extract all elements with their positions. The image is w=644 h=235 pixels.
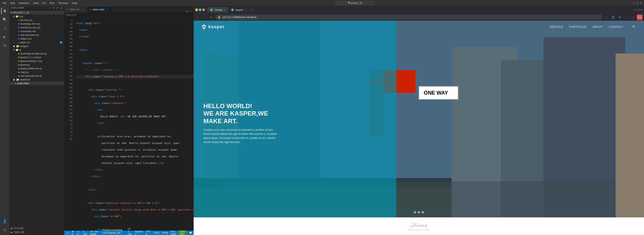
url-bar[interactable]: 🔒 127.0.0.1:5500/index.html#cut	[215, 14, 602, 20]
line-num-59: 59	[64, 78, 74, 82]
more-actions-icon[interactable]: ⋯	[189, 9, 192, 13]
browser-close-button[interactable]	[202, 8, 205, 11]
code-line-69	[76, 195, 194, 198]
carousel-dot-2[interactable]	[418, 211, 420, 214]
nav-contact[interactable]: CONTACT	[609, 25, 623, 28]
new-tab-button[interactable]: +	[249, 7, 254, 12]
carousel-dot-1[interactable]	[414, 211, 416, 214]
tab-close-index[interactable]: ×	[106, 8, 109, 11]
sidebar-file-jquery-skitter[interactable]: ● jquery.skitter.min.js	[10, 67, 64, 70]
live-share[interactable]: ⚡ Live Share	[90, 230, 100, 235]
css-file-icon: ●	[18, 41, 20, 44]
activity-settings[interactable]: ⚙	[1, 226, 8, 234]
sidebar-file-main[interactable]: ● main.js	[10, 70, 64, 74]
tab-actions: ⊡ ⋯	[184, 9, 194, 13]
extensions-icon[interactable]: ⧉	[617, 14, 622, 20]
nav-service[interactable]: SERVICE	[550, 25, 563, 28]
sidebar-file-jquery2[interactable]: ● jquery.js	[10, 63, 64, 67]
encoding-indicator: UTF-8	[146, 230, 151, 235]
nav-search-icon[interactable]: 🔍	[632, 25, 636, 29]
activity-extensions[interactable]: ⊞	[1, 42, 8, 49]
file-label: jquery-2.1.1.min.js	[20, 56, 41, 59]
menu-run[interactable]: Run	[50, 1, 54, 4]
browser-win-close[interactable]: ×	[641, 8, 642, 11]
yenfaa-tab-close[interactable]: ×	[224, 8, 225, 11]
browser-minimize-button[interactable]	[195, 8, 198, 11]
nav-about[interactable]: ABOUT	[592, 25, 603, 28]
js-folder-label: js	[20, 48, 21, 51]
activity-search[interactable]: 🔍	[1, 16, 8, 23]
outline-section[interactable]: ▶ OUTLINE	[10, 226, 64, 230]
browser-tab-yenfaa[interactable]: Y Yenfaa ×	[207, 7, 228, 12]
code-editor[interactable]: 1 44 45 46 47 48 49 50 51 52 53 54 55 56…	[64, 17, 194, 231]
sidebar-folder-js[interactable]: ▾ 📁 js	[10, 48, 64, 52]
back-button[interactable]: ←	[195, 14, 201, 20]
close-button[interactable]: ×	[640, 1, 642, 4]
sidebar-file-owl-carousel-js[interactable]: ● owl.carousel.min.js	[10, 74, 64, 78]
logo-text: kasper	[208, 24, 224, 29]
sidebar-folder-webfonts[interactable]: ▶ 📁 webfonts	[10, 78, 64, 81]
sidebar-folder-images[interactable]: ▶ 📁 images	[10, 44, 64, 48]
sidebar-file-jquery-easing[interactable]: ● jquery.easing.1.3.js	[10, 59, 64, 63]
status-bar-right: Finished extracting CSS classes. (82 cla…	[103, 227, 192, 235]
profile-icon[interactable]: 👤	[610, 14, 616, 20]
sidebar-file-index-html[interactable]: ● index.html	[10, 81, 64, 85]
activity-files[interactable]: 🗎	[1, 7, 8, 14]
sidebar-file-normalize[interactable]: ● normalize.css	[10, 29, 64, 33]
refresh-icon[interactable]: ↺	[56, 6, 58, 9]
browser-win-minimize[interactable]: —	[634, 8, 637, 11]
error-indicator[interactable]: Error	[637, 14, 642, 20]
menu-selection[interactable]: Selection	[18, 1, 29, 4]
activity-accounts[interactable]: 👤	[1, 218, 8, 225]
search-icon: 🔍	[2, 17, 7, 22]
sidebar-file-bootstrap[interactable]: ● bootstrap.min.css	[10, 22, 64, 26]
kasper-tab-close[interactable]: ×	[244, 8, 246, 11]
minimize-button[interactable]: —	[632, 1, 635, 4]
activity-source-control[interactable]: ⎇	[1, 25, 8, 32]
hero-content: HELLO WORLD!WE ARE KASPER,WE MAKE ART. C…	[204, 102, 282, 144]
menu-help[interactable]: Help	[72, 1, 77, 4]
code-content[interactable]: <html lang="en"> <head> </head> <body> <…	[74, 17, 194, 231]
bookmark-icon[interactable]: ☆	[604, 14, 609, 20]
maximize-button[interactable]: □	[637, 1, 638, 4]
qodo-gen-badge[interactable]: Qodo Gen	[178, 230, 187, 235]
sidebar-folder-css[interactable]: ▾ 📁 css	[10, 14, 64, 18]
sidebar-project-root[interactable]: ▾ PROJECT_26	[10, 11, 64, 14]
activity-debug[interactable]: ▶	[1, 33, 8, 40]
tab-close-style[interactable]: ×	[81, 8, 84, 11]
browser-maximize-button[interactable]	[199, 8, 202, 11]
tab-index-html[interactable]: ● index.html ×	[87, 6, 112, 13]
project-search[interactable]: 🔍 project_26	[335, 1, 374, 5]
new-file-icon[interactable]: +	[49, 6, 51, 9]
menu-view[interactable]: View	[33, 1, 38, 4]
carousel-dot-3[interactable]	[422, 211, 424, 214]
sidebar-file-skitter[interactable]: ● skitter.css	[10, 37, 64, 40]
line-num-45: 45	[64, 26, 74, 30]
code-line-66: </div>	[76, 175, 194, 178]
new-folder-icon[interactable]: ⊕	[52, 6, 55, 9]
sidebar-file-bootstrap-js[interactable]: ● bootstrap.bundle.min.js	[10, 52, 64, 55]
menu-icon[interactable]: ⋮	[630, 14, 636, 20]
sidebar-file-checkcss[interactable]: ● checkCss.css.css	[10, 26, 64, 29]
browser-tab-kasper[interactable]: K kasper ×	[228, 7, 249, 12]
sidebar-file-jquery[interactable]: ● jquery-2.1.1.min.js	[10, 55, 64, 59]
language-indicator[interactable]: HTML	[162, 232, 168, 234]
menu-terminal[interactable]: Terminal	[58, 1, 68, 4]
reload-button[interactable]: ↻	[208, 14, 214, 20]
download-icon[interactable]: ↓	[624, 14, 629, 20]
collapse-all-icon[interactable]: ⊟	[60, 6, 62, 9]
menu-go[interactable]: Go	[42, 1, 46, 4]
sidebar-file-owlcarousel[interactable]: ● owl.carousel.css	[10, 33, 64, 37]
tab-style-css[interactable]: ● style.css ×	[64, 6, 87, 13]
browser-win-restore[interactable]: □	[638, 8, 640, 11]
lock-icon: 🔒	[218, 16, 221, 18]
timeline-section[interactable]: ▶ TIMELINE	[10, 230, 64, 234]
split-editor-icon[interactable]: ⊡	[186, 9, 188, 13]
menu-file[interactable]: File	[2, 1, 6, 4]
forward-button[interactable]: →	[202, 14, 207, 20]
nav-portfolio[interactable]: PORTFOLIO	[569, 25, 586, 28]
sidebar-file-style[interactable]: ● style.css 1	[10, 40, 64, 44]
css-file-icon: ●	[18, 37, 20, 40]
sidebar-file-allmin[interactable]: ● all.min.css	[10, 18, 64, 22]
menu-edit[interactable]: Edit	[10, 1, 15, 4]
